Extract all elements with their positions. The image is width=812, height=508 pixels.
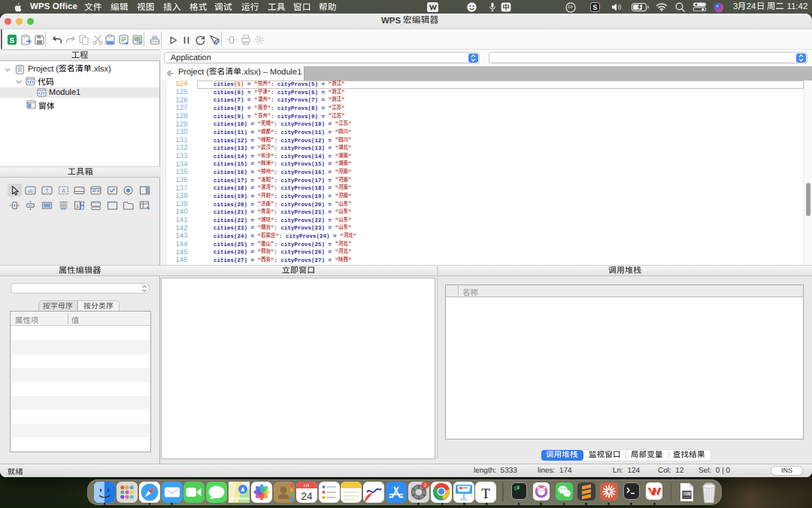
svg-text:1: 1 bbox=[76, 204, 79, 209]
svg-text:S: S bbox=[592, 4, 597, 12]
svg-text:T: T bbox=[482, 486, 491, 502]
svg-text:3: 3 bbox=[303, 484, 305, 488]
svg-text:$: $ bbox=[514, 485, 517, 492]
svg-text:T: T bbox=[45, 187, 49, 193]
svg-text:ab: ab bbox=[28, 188, 34, 193]
svg-text:S: S bbox=[9, 37, 14, 45]
svg-text:2: 2 bbox=[423, 483, 426, 488]
svg-text:A: A bbox=[62, 187, 65, 193]
svg-text:24: 24 bbox=[301, 491, 313, 502]
